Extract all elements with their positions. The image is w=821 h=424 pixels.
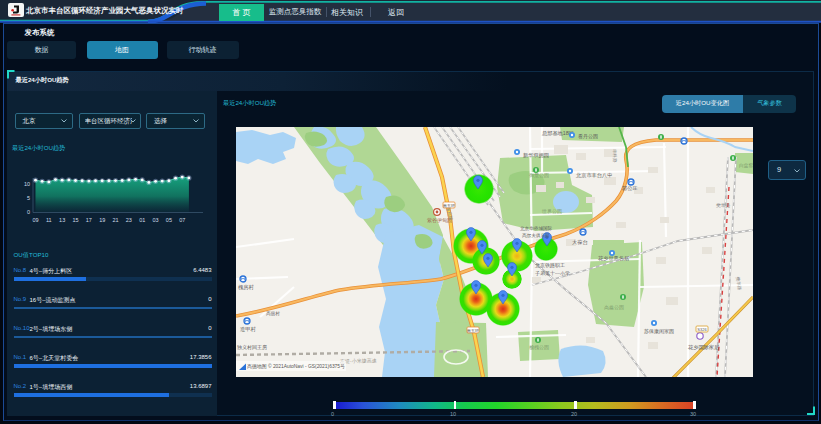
svg-text:23: 23 — [126, 217, 132, 223]
svg-text:21: 21 — [112, 217, 118, 223]
svg-text:13: 13 — [59, 217, 65, 223]
svg-text:南五环: 南五环 — [467, 328, 479, 333]
svg-text:白盆窑公园: 白盆窑公园 — [739, 162, 753, 168]
svg-text:造甲村: 造甲村 — [240, 326, 256, 333]
svg-text:11: 11 — [46, 217, 52, 223]
svg-text:独义村回王房: 独义村回王房 — [237, 344, 267, 351]
svg-text:子弟第十一小学: 子弟第十一小学 — [535, 270, 570, 277]
svg-text:世界公园: 世界公园 — [541, 208, 562, 215]
svg-text:5: 5 — [27, 195, 30, 201]
svg-text:北京市丰台八中: 北京市丰台八中 — [575, 172, 612, 179]
svg-text:花乡国际家居: 花乡国际家居 — [688, 344, 720, 351]
svg-text:05: 05 — [166, 217, 172, 223]
svg-text:15: 15 — [72, 217, 78, 223]
svg-text:苏保康闲家园: 苏保康闲家园 — [644, 328, 674, 335]
svg-text:南五环: 南五环 — [443, 203, 455, 208]
svg-text:03: 03 — [152, 217, 158, 223]
svg-text:19: 19 — [99, 217, 105, 223]
svg-text:总部基地18区: 总部基地18区 — [541, 130, 574, 137]
svg-text:0: 0 — [27, 209, 30, 215]
svg-text:17: 17 — [86, 217, 92, 223]
svg-text:S326: S326 — [697, 327, 707, 332]
svg-text:御景公园: 御景公园 — [529, 172, 549, 179]
svg-text:新华双拥园: 新华双拥园 — [523, 152, 549, 159]
svg-text:榆槐公园: 榆槐公园 — [529, 344, 549, 351]
svg-text:01: 01 — [139, 217, 145, 223]
svg-text:07: 07 — [179, 217, 185, 223]
svg-text:丰科路: 丰科路 — [612, 149, 617, 163]
svg-text:槐房村: 槐房村 — [238, 284, 254, 291]
svg-text:花乡世界名居: 花乡世界名居 — [598, 255, 630, 262]
svg-text:高德地图 © 2021AutoNavi - GS(2021): 高德地图 © 2021AutoNavi - GS(2021)6375号 — [247, 363, 345, 370]
svg-text:大葆台: 大葆台 — [572, 239, 588, 246]
svg-text:看丹公园: 看丹公园 — [578, 133, 598, 140]
svg-text:10: 10 — [24, 181, 30, 187]
svg-text:北京铁路职工: 北京铁路职工 — [535, 262, 565, 269]
svg-text:郭公庄: 郭公庄 — [622, 185, 638, 192]
svg-text:高鑫公园: 高鑫公园 — [604, 304, 624, 311]
svg-text:09: 09 — [32, 217, 38, 223]
